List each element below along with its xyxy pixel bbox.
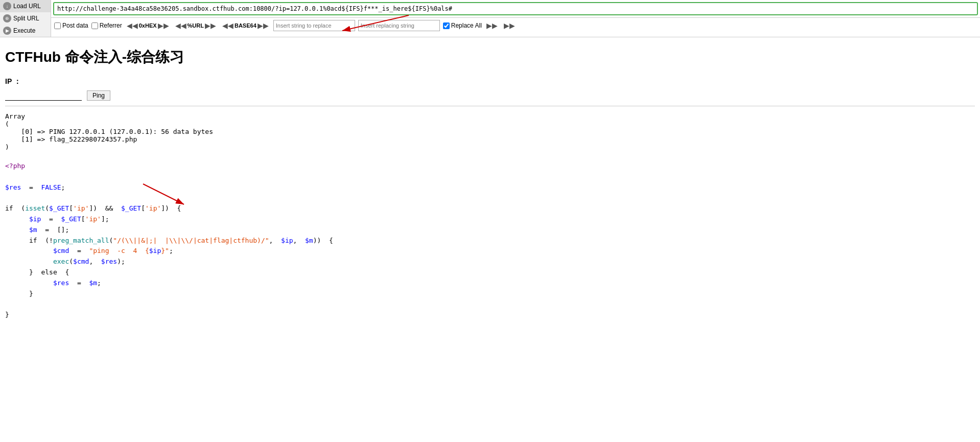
replace-all-checkbox[interactable] [443,22,450,29]
page-title: CTFHub 命令注入-综合练习 [5,48,975,67]
url-arrow-left: ◀◀ [175,21,186,30]
code-line-preg: if (!preg_match_all("/(\\||&|;| |\\|\\/|… [5,236,975,246]
sidebar-buttons: ↓ Load URL ⊕ Split URL ▶ Execute [0,0,51,37]
base64-encode-button[interactable]: ◀◀ BASE64 ▶▶ [221,21,270,30]
replace-arrow-right2: ▶▶ [504,21,515,30]
code-line-res: $res = FALSE; [5,182,975,193]
split-url-label: Split URL [13,15,39,22]
url-encode-button[interactable]: ◀◀ %URL ▶▶ [174,21,218,30]
output-line-2: [0] => PING 127.0.0.1 (127.0.0.1): 56 da… [5,128,975,135]
insert-replacing-input[interactable] [358,20,440,31]
code-line-if: if (isset($_GET['ip']) && $_GET['ip']) { [5,203,975,214]
replace-arrow-right: ▶▶ [486,21,498,30]
ip-input[interactable] [5,90,82,101]
toolbar: ↓ Load URL ⊕ Split URL ▶ Execute Post da… [0,0,980,37]
hex-label: 0xHEX [139,22,157,29]
base64-arrow-right: ▶▶ [258,21,269,30]
main-content: CTFHub 命令注入-综合练习 IP ： Ping Array ( [0] =… [0,37,980,331]
code-line-cmd: $cmd = "ping -c 4 {$ip}"; [5,246,975,257]
hex-arrow-left: ◀◀ [127,21,138,30]
url-arrow-right: ▶▶ [205,21,216,30]
divider [5,106,975,106]
post-data-label: Post data [62,22,88,29]
output-line-0: Array [5,112,975,120]
code-line-close-outer: } [5,310,975,320]
code-line-ip: $ip = $_GET['ip']; [5,214,975,225]
code-line-else: } else { [5,267,975,278]
code-line-close-inner: } [5,289,975,299]
url-input-row [51,0,980,18]
base64-arrow-left: ◀◀ [222,21,234,30]
referrer-checkbox-label[interactable]: Referrer [91,22,122,29]
execute-button[interactable]: ▶ Execute [0,25,51,37]
url-label: %URL [188,22,204,29]
output-line-1: ( [5,120,975,128]
ip-label: IP ： [5,77,975,86]
url-input[interactable] [53,2,978,15]
load-url-button[interactable]: ↓ Load URL [0,0,51,12]
code-line-res2: $res = $m; [5,278,975,289]
execute-icon: ▶ [3,27,11,35]
code-area: <?php $res = FALSE; if (isset($_GET['ip'… [5,161,975,320]
replace-forward-button[interactable]: ▶▶ [485,21,499,30]
code-line-m: $m = []; [5,225,975,236]
code-line-php-tag: <?php [5,161,975,172]
replace-all-checkbox-label[interactable]: Replace All [443,22,482,29]
execute-label: Execute [13,27,35,34]
output-line-4: ) [5,143,975,151]
referrer-checkbox[interactable] [91,22,98,29]
post-data-checkbox[interactable] [54,22,61,29]
split-url-icon: ⊕ [3,14,11,22]
ip-form: Ping [5,90,975,101]
split-url-button[interactable]: ⊕ Split URL [0,12,51,25]
replace-all-label: Replace All [451,22,482,29]
insert-replace-input[interactable] [273,20,355,31]
base64-label: BASE64 [235,22,256,29]
hex-encode-button[interactable]: ◀◀ 0xHEX ▶▶ [125,21,171,30]
toolbar-controls: Post data Referrer ◀◀ 0xHEX ▶▶ ◀◀ %URL ▶… [51,18,980,33]
code-line-exec: exec($cmd, $res); [5,257,975,267]
referrer-label: Referrer [100,22,122,29]
url-area: Post data Referrer ◀◀ 0xHEX ▶▶ ◀◀ %URL ▶… [51,0,980,37]
post-data-checkbox-label[interactable]: Post data [54,22,88,29]
ping-button[interactable]: Ping [87,90,110,101]
replace-forward2-button[interactable]: ▶▶ [502,21,517,30]
load-url-label: Load URL [13,3,41,10]
load-url-icon: ↓ [3,2,11,10]
output-area: Array ( [0] => PING 127.0.0.1 (127.0.0.1… [5,112,975,151]
hex-arrow-right: ▶▶ [158,21,169,30]
output-line-3: [1] => flag_5222980724357.php [5,135,975,143]
